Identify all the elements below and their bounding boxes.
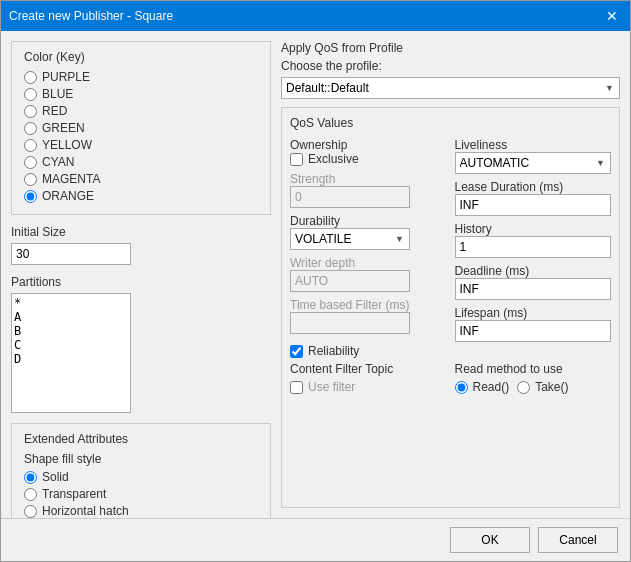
- content-filter-label: Content Filter Topic: [290, 362, 447, 376]
- durability-select-wrapper: VOLATILE TRANSIENT_LOCAL TRANSIENT PERSI…: [290, 228, 410, 250]
- extended-attrs-label: Extended Attributes: [24, 432, 258, 446]
- color-magenta[interactable]: MAGENTA: [24, 172, 258, 186]
- partition-item: C: [14, 338, 128, 352]
- reliability-checkbox-item[interactable]: Reliability: [290, 344, 447, 358]
- color-red-label: RED: [42, 104, 67, 118]
- exclusive-checkbox[interactable]: [290, 153, 303, 166]
- time-filter-input: [290, 312, 410, 334]
- color-red[interactable]: RED: [24, 104, 258, 118]
- time-filter-field: Time based Filter (ms): [290, 298, 447, 334]
- dialog-title: Create new Publisher - Square: [9, 9, 173, 23]
- partitions-label: Partitions: [11, 275, 271, 289]
- dialog: Create new Publisher - Square ✕ Color (K…: [0, 0, 631, 562]
- strength-field: Strength: [290, 172, 447, 208]
- use-filter-label: Use filter: [308, 380, 355, 394]
- color-orange[interactable]: ORANGE: [24, 189, 258, 203]
- strength-input: [290, 186, 410, 208]
- fill-transparent[interactable]: Transparent: [24, 487, 258, 501]
- writer-depth-field: Writer depth: [290, 256, 447, 292]
- lifespan-input[interactable]: [455, 320, 612, 342]
- fill-solid-label: Solid: [42, 470, 69, 484]
- qos-profile-section: Apply QoS from Profile Choose the profil…: [281, 41, 620, 99]
- lease-duration-input[interactable]: [455, 194, 612, 216]
- color-group-label: Color (Key): [24, 50, 258, 64]
- read-method-row: Read() Take(): [455, 380, 612, 397]
- read-radio-item[interactable]: Read(): [455, 380, 510, 394]
- color-cyan-label: CYAN: [42, 155, 74, 169]
- strength-label: Strength: [290, 172, 447, 186]
- color-blue-label: BLUE: [42, 87, 73, 101]
- durability-label: Durability: [290, 214, 447, 228]
- color-green[interactable]: GREEN: [24, 121, 258, 135]
- reliability-checkbox[interactable]: [290, 345, 303, 358]
- shape-fill-label: Shape fill style: [24, 452, 258, 466]
- use-filter-checkbox-item[interactable]: Use filter: [290, 380, 447, 394]
- time-filter-label: Time based Filter (ms): [290, 298, 447, 312]
- profile-select[interactable]: Default::Default: [281, 77, 620, 99]
- partition-item: *: [14, 296, 128, 310]
- read-method-col: Read method to use Read() Take(): [455, 362, 612, 397]
- history-label: History: [455, 222, 612, 236]
- initial-size-input[interactable]: [11, 243, 131, 265]
- content-filter-col: Content Filter Topic Use filter: [290, 362, 447, 397]
- take-radio-item[interactable]: Take(): [517, 380, 568, 394]
- ok-button[interactable]: OK: [450, 527, 530, 553]
- deadline-field: Deadline (ms): [455, 264, 612, 300]
- color-purple[interactable]: PURPLE: [24, 70, 258, 84]
- color-blue[interactable]: BLUE: [24, 87, 258, 101]
- fill-horizontal-hatch[interactable]: Horizontal hatch: [24, 504, 258, 518]
- color-green-label: GREEN: [42, 121, 85, 135]
- qos-right-col: Liveliness AUTOMATIC MANUAL_BY_PARTICIPA…: [455, 138, 612, 358]
- use-filter-checkbox[interactable]: [290, 381, 303, 394]
- reliability-label: Reliability: [308, 344, 359, 358]
- read-label: Read(): [473, 380, 510, 394]
- initial-size-group: Initial Size: [11, 225, 271, 265]
- fill-solid[interactable]: Solid: [24, 470, 258, 484]
- partition-item: B: [14, 324, 128, 338]
- deadline-label: Deadline (ms): [455, 264, 612, 278]
- content-filter-section: Content Filter Topic Use filter Read met…: [290, 362, 611, 397]
- color-group: Color (Key) PURPLE BLUE RED GREEN: [11, 41, 271, 215]
- ownership-label: Ownership: [290, 138, 447, 152]
- lease-duration-field: Lease Duration (ms): [455, 180, 612, 216]
- color-magenta-label: MAGENTA: [42, 172, 100, 186]
- right-panel: Apply QoS from Profile Choose the profil…: [281, 41, 620, 508]
- dialog-footer: OK Cancel: [1, 518, 630, 561]
- color-purple-label: PURPLE: [42, 70, 90, 84]
- qos-values-title: QoS Values: [290, 116, 611, 130]
- close-button[interactable]: ✕: [602, 6, 622, 26]
- color-yellow-label: YELLOW: [42, 138, 92, 152]
- cancel-button[interactable]: Cancel: [538, 527, 618, 553]
- writer-depth-label: Writer depth: [290, 256, 447, 270]
- liveliness-select-wrapper: AUTOMATIC MANUAL_BY_PARTICIPANT MANUAL_B…: [455, 152, 612, 174]
- partitions-list[interactable]: * A B C D: [11, 293, 131, 413]
- shape-fill-group: Shape fill style Solid Transparent Horiz…: [24, 452, 258, 518]
- extended-attributes: Extended Attributes Shape fill style Sol…: [11, 423, 271, 518]
- qos-left-col: Ownership Exclusive Strength: [290, 138, 447, 358]
- history-field: History: [455, 222, 612, 258]
- exclusive-checkbox-item[interactable]: Exclusive: [290, 152, 447, 166]
- dialog-content: Color (Key) PURPLE BLUE RED GREEN: [1, 31, 630, 518]
- liveliness-field: Liveliness AUTOMATIC MANUAL_BY_PARTICIPA…: [455, 138, 612, 174]
- lifespan-field: Lifespan (ms): [455, 306, 612, 342]
- partition-item: D: [14, 352, 128, 366]
- color-orange-label: ORANGE: [42, 189, 94, 203]
- lifespan-label: Lifespan (ms): [455, 306, 612, 320]
- read-method-label: Read method to use: [455, 362, 612, 376]
- choose-profile-label: Choose the profile:: [281, 59, 620, 73]
- ownership-field: Ownership Exclusive: [290, 138, 447, 166]
- color-cyan[interactable]: CYAN: [24, 155, 258, 169]
- fill-horizontal-hatch-label: Horizontal hatch: [42, 504, 129, 518]
- history-input[interactable]: [455, 236, 612, 258]
- liveliness-label: Liveliness: [455, 138, 612, 152]
- durability-field: Durability VOLATILE TRANSIENT_LOCAL TRAN…: [290, 214, 447, 250]
- reliability-field: Reliability: [290, 344, 447, 358]
- qos-values-section: QoS Values Ownership Exclusive: [281, 107, 620, 508]
- liveliness-select[interactable]: AUTOMATIC MANUAL_BY_PARTICIPANT MANUAL_B…: [455, 152, 612, 174]
- initial-size-label: Initial Size: [11, 225, 271, 239]
- deadline-input[interactable]: [455, 278, 612, 300]
- durability-select[interactable]: VOLATILE TRANSIENT_LOCAL TRANSIENT PERSI…: [290, 228, 410, 250]
- partitions-group: Partitions * A B C D: [11, 275, 271, 413]
- partition-item: A: [14, 310, 128, 324]
- color-yellow[interactable]: YELLOW: [24, 138, 258, 152]
